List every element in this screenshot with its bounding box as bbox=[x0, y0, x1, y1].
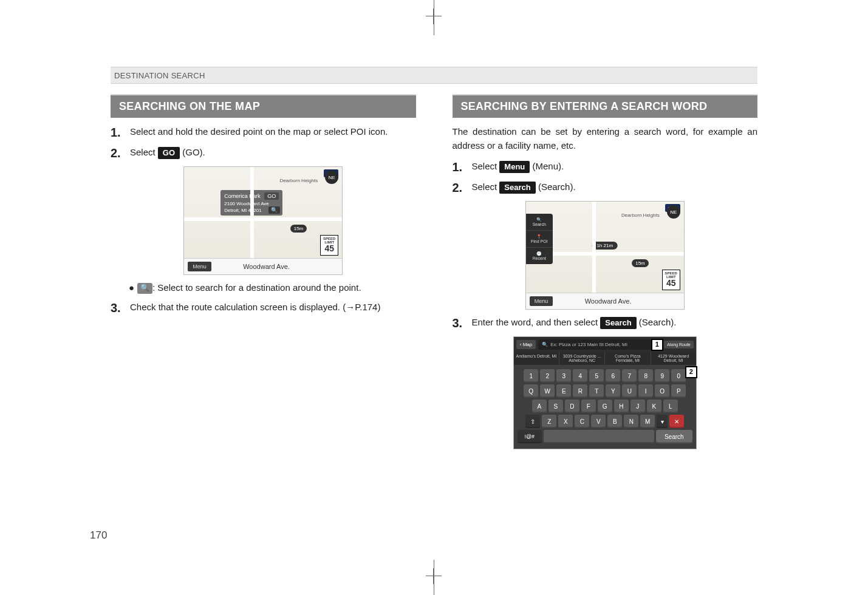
kb-key[interactable]: 3 bbox=[556, 369, 571, 382]
kb-delete-key[interactable]: ✕ bbox=[669, 415, 684, 428]
side-menu-search[interactable]: 🔍Search bbox=[526, 214, 553, 231]
kb-key[interactable]: S bbox=[548, 399, 563, 413]
kb-suggestion[interactable]: 4129 Woodward Detroit, MI bbox=[651, 352, 696, 365]
kb-placeholder: Ex: Pizza or 123 Main St Detroit, MI bbox=[550, 342, 627, 347]
poi-address-line1: 2100 Woodward Ave bbox=[224, 201, 279, 206]
kb-key[interactable]: J bbox=[630, 399, 645, 413]
compass-icon: NE bbox=[325, 171, 338, 184]
kb-key[interactable]: R bbox=[573, 384, 587, 398]
kb-key[interactable]: P bbox=[671, 384, 686, 398]
step-text: Select Menu (Menu). bbox=[472, 160, 758, 174]
speed-limit-value: 45 bbox=[321, 244, 338, 253]
kb-key[interactable]: Y bbox=[606, 384, 620, 398]
kb-key[interactable]: Z bbox=[542, 415, 556, 428]
kb-search-key[interactable]: Search bbox=[656, 430, 692, 443]
kb-key[interactable]: 8 bbox=[638, 369, 653, 382]
kb-key[interactable]: X bbox=[558, 415, 573, 428]
step-text: Select GO (GO). bbox=[130, 146, 416, 160]
poi-search-icon[interactable]: 🔍 bbox=[268, 206, 280, 214]
kb-key[interactable]: 7 bbox=[622, 369, 637, 382]
map-footer: Menu Woodward Ave. bbox=[526, 293, 684, 309]
kb-key[interactable]: 6 bbox=[606, 369, 620, 382]
kb-key[interactable]: O bbox=[655, 384, 669, 398]
go-button-label: GO bbox=[158, 147, 180, 160]
right-section-title: SEARCHING BY ENTERING A SEARCH WORD bbox=[453, 94, 758, 118]
kb-suggestion[interactable]: Andiamo's Detroit, MI bbox=[514, 352, 559, 365]
bullet-body: 🔍: Select to search for a destination ar… bbox=[137, 281, 361, 294]
kb-key[interactable]: W bbox=[540, 384, 555, 398]
kb-space-key[interactable] bbox=[544, 430, 654, 443]
kb-key[interactable]: A bbox=[532, 399, 547, 413]
kb-key[interactable]: 2 bbox=[540, 369, 555, 382]
kb-suggestion[interactable]: Como's Pizza Ferndale, MI bbox=[605, 352, 651, 365]
crop-line-top bbox=[434, 0, 434, 35]
text-fragment: Enter the word, and then select bbox=[472, 317, 601, 327]
kb-key[interactable]: B bbox=[607, 415, 622, 428]
speed-limit-value: 45 bbox=[663, 279, 680, 287]
kb-key[interactable]: 5 bbox=[589, 369, 604, 382]
speed-limit-sign: SPEED LIMIT 45 bbox=[662, 270, 680, 290]
right-column: SEARCHING BY ENTERING A SEARCH WORD The … bbox=[453, 94, 758, 449]
text-fragment: (Menu). bbox=[532, 161, 564, 171]
page-header-text: DESTINATION SEARCH bbox=[114, 71, 205, 80]
poi-callout: Comerica Park GO 2100 Woodward Ave Detro… bbox=[220, 190, 282, 216]
map-footer: Menu Woodward Ave. bbox=[184, 258, 342, 274]
kb-key[interactable]: G bbox=[598, 399, 612, 413]
search-button-label: Search bbox=[600, 317, 636, 330]
map-scale: 15m bbox=[632, 259, 649, 267]
map-side-menu: 🔍Search 📍Find POI 🕘Recent bbox=[526, 214, 553, 264]
side-menu-recent[interactable]: 🕘Recent bbox=[526, 248, 553, 264]
kb-key[interactable]: N bbox=[624, 415, 638, 428]
kb-key[interactable]: 9 bbox=[655, 369, 669, 382]
kb-key[interactable]: 4 bbox=[573, 369, 587, 382]
kb-key[interactable]: F bbox=[581, 399, 596, 413]
kb-key[interactable]: K bbox=[647, 399, 661, 413]
search-icon: 🔍 bbox=[542, 342, 548, 347]
map-screenshot-go: sxm NE Dearborn Heights Comerica Park GO… bbox=[183, 166, 343, 275]
kb-key[interactable]: T bbox=[589, 384, 604, 398]
kb-search-field[interactable]: 🔍 Ex: Pizza or 123 Main St Detroit, MI bbox=[538, 339, 661, 350]
right-step-3: 3. Enter the word, and then select Searc… bbox=[453, 316, 758, 330]
menu-button[interactable]: Menu bbox=[530, 296, 553, 306]
left-step-2: 2. Select GO (GO). bbox=[111, 146, 416, 160]
text-fragment: (GO). bbox=[182, 147, 205, 157]
kb-row-3: ⇧ Z X C V B N M ▾ ✕ bbox=[518, 415, 692, 428]
kb-key[interactable]: D bbox=[565, 399, 579, 413]
text-fragment: (Search). bbox=[538, 182, 576, 192]
kb-along-route[interactable]: Along Route bbox=[664, 341, 694, 348]
step-number: 2. bbox=[453, 180, 472, 195]
kb-key[interactable]: E bbox=[556, 384, 571, 398]
step-number: 1. bbox=[111, 125, 130, 140]
kb-row-bottom: !@# Search bbox=[518, 430, 692, 443]
bullet-dot: ● bbox=[129, 281, 137, 294]
kb-key[interactable]: 0 bbox=[671, 369, 686, 382]
kb-key[interactable]: M bbox=[640, 415, 655, 428]
step-text: Select and hold the desired point on the… bbox=[130, 125, 416, 140]
side-menu-label: Find POI bbox=[531, 239, 548, 243]
left-step-1: 1. Select and hold the desired point on … bbox=[111, 125, 416, 140]
kb-hide-key[interactable]: ▾ bbox=[657, 415, 668, 428]
kb-top-bar: ‹ Map 🔍 Ex: Pizza or 123 Main St Detroit… bbox=[514, 337, 696, 352]
page-number: 170 bbox=[90, 529, 107, 542]
kb-shift-key[interactable]: ⇧ bbox=[525, 415, 540, 428]
kb-key[interactable]: I bbox=[638, 384, 653, 398]
kb-key[interactable]: V bbox=[591, 415, 606, 428]
kb-suggestion[interactable]: 3039 Countryside ... Asheboro, NC bbox=[559, 352, 605, 365]
side-menu-find-poi[interactable]: 📍Find POI bbox=[526, 231, 553, 248]
kb-key[interactable]: U bbox=[622, 384, 637, 398]
kb-row-1: Q W E R T Y U I O P bbox=[518, 384, 692, 398]
step-text: Enter the word, and then select Search (… bbox=[472, 316, 758, 330]
kb-key[interactable]: 1 bbox=[524, 369, 538, 382]
crop-line-bottom bbox=[434, 560, 434, 595]
menu-button[interactable]: Menu bbox=[188, 262, 211, 271]
menu-button-label: Menu bbox=[499, 161, 530, 174]
kb-back-button[interactable]: ‹ Map bbox=[516, 340, 536, 349]
callout-2: 2 bbox=[685, 366, 697, 378]
kb-key[interactable]: H bbox=[614, 399, 629, 413]
kb-key[interactable]: Q bbox=[524, 384, 538, 398]
kb-symbols-key[interactable]: !@# bbox=[518, 430, 542, 443]
magnify-icon: 🔍 bbox=[137, 283, 152, 293]
poi-go-button[interactable]: GO bbox=[264, 192, 279, 200]
kb-key[interactable]: L bbox=[663, 399, 678, 413]
kb-key[interactable]: C bbox=[575, 415, 589, 428]
